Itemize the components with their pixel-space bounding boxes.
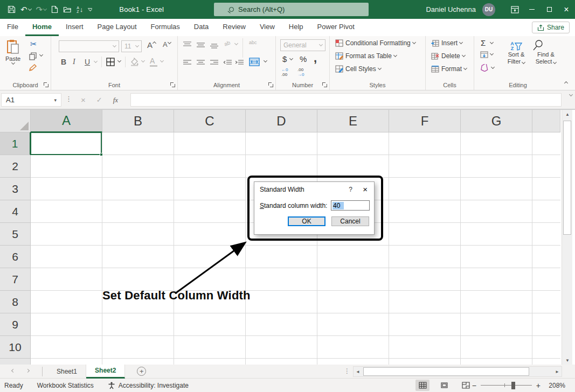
borders-icon[interactable] (106, 58, 115, 66)
font-color-icon[interactable]: A (150, 57, 157, 67)
user-name[interactable]: Daniel Uchenna (426, 5, 476, 13)
row-header-9[interactable]: 9 (0, 313, 31, 336)
share-button[interactable]: Share (532, 22, 570, 33)
save-icon[interactable] (8, 5, 16, 13)
tab-insert[interactable]: Insert (59, 19, 91, 36)
autosum-dropdown-chevron[interactable] (490, 40, 494, 44)
fill-handle[interactable] (100, 153, 103, 156)
row-header-7[interactable]: 7 (0, 268, 31, 291)
new-sheet-button[interactable]: + (137, 367, 146, 376)
column-header-E[interactable]: E (317, 110, 389, 132)
zoom-out-button[interactable]: − (472, 381, 476, 390)
vertical-scroll-thumb[interactable] (563, 121, 571, 235)
page-break-preview-button[interactable] (459, 380, 473, 391)
decrease-decimal-icon[interactable]: .00→0 (297, 67, 304, 77)
tab-file[interactable]: File (0, 19, 25, 36)
row-header-3[interactable]: 3 (0, 178, 31, 200)
accessibility-button[interactable]: Accessibility: Investigate (108, 382, 189, 389)
sheet-tab-sheet2[interactable]: Sheet2 (86, 365, 125, 379)
undo-dropdown-chevron[interactable] (28, 6, 32, 10)
select-all-corner[interactable] (0, 110, 31, 132)
column-header-F[interactable]: F (389, 110, 461, 132)
conditional-formatting-button[interactable]: Conditional Formatting (335, 39, 415, 47)
font-name-select[interactable] (59, 40, 119, 52)
accounting-format-icon[interactable]: $ (282, 54, 287, 64)
horizontal-scroll-thumb[interactable] (363, 367, 529, 376)
align-left-icon[interactable] (183, 60, 191, 66)
row-header-6[interactable]: 6 (0, 246, 31, 268)
increase-decimal-icon[interactable]: ←0.00 (281, 67, 288, 77)
borders-dropdown-chevron[interactable] (117, 59, 121, 62)
clear-icon[interactable] (480, 64, 489, 72)
name-box[interactable]: A1 ▾ (1, 93, 61, 107)
tab-page-layout[interactable]: Page Layout (91, 19, 144, 36)
dialog-help-button[interactable]: ? (349, 186, 352, 193)
tab-view[interactable]: View (253, 19, 282, 36)
insert-cells-button[interactable]: Insert (431, 39, 462, 47)
column-header-partial[interactable] (532, 110, 560, 132)
vertical-scrollbar[interactable]: ▲ ▼ (562, 110, 572, 365)
cut-icon[interactable]: ✂ (30, 39, 37, 49)
scroll-right-arrow[interactable]: ► (553, 367, 562, 376)
expand-formula-bar-chevron[interactable] (569, 93, 573, 96)
merge-center-dropdown-chevron[interactable] (264, 59, 267, 62)
column-header-A[interactable]: A (31, 110, 102, 132)
scroll-left-arrow[interactable]: ◄ (354, 367, 362, 376)
standard-width-input[interactable]: 40 (331, 200, 370, 211)
delete-cells-button[interactable]: Delete (431, 52, 465, 60)
ok-button[interactable]: OK (288, 216, 325, 226)
normal-view-button[interactable] (415, 380, 429, 391)
maximize-button[interactable] (541, 0, 558, 19)
accounting-dropdown-chevron[interactable] (289, 57, 293, 60)
row-header-1[interactable]: 1 (0, 132, 31, 155)
tab-formulas[interactable]: Formulas (144, 19, 187, 36)
align-right-icon[interactable] (210, 60, 218, 66)
format-cells-button[interactable]: Format (431, 65, 467, 73)
align-bottom-icon[interactable] (210, 44, 218, 48)
namebox-resizer[interactable]: ⋮ (65, 95, 72, 103)
previous-sheet-arrow[interactable] (11, 368, 15, 372)
number-dialog-launcher[interactable] (322, 82, 327, 87)
tab-help[interactable]: Help (282, 19, 310, 36)
row-header-8[interactable]: 8 (0, 291, 31, 313)
orientation-dropdown-chevron[interactable] (234, 41, 238, 45)
column-header-D[interactable]: D (246, 110, 317, 132)
scroll-up-arrow[interactable]: ▲ (562, 110, 573, 119)
fill-dropdown-chevron[interactable] (490, 52, 494, 55)
italic-button[interactable]: I (73, 58, 75, 66)
sheet-tab-sheet1[interactable]: Sheet1 (48, 365, 86, 379)
align-middle-icon[interactable] (197, 43, 205, 47)
autosum-icon[interactable]: Σ (481, 38, 486, 47)
format-painter-icon[interactable] (29, 64, 37, 72)
bold-button[interactable]: B (61, 58, 66, 66)
dialog-close-icon[interactable]: × (363, 185, 368, 194)
increase-font-size-button[interactable]: A (147, 40, 156, 50)
orientation-icon[interactable]: ab (223, 39, 231, 47)
next-sheet-arrow[interactable] (26, 368, 30, 372)
minimize-button[interactable] (523, 0, 541, 19)
redo-dropdown-chevron[interactable] (43, 6, 47, 10)
align-top-icon[interactable] (183, 41, 191, 47)
row-header-4[interactable]: 4 (0, 200, 31, 223)
percent-style-icon[interactable]: % (300, 54, 307, 64)
cell-styles-button[interactable]: Cell Styles (335, 65, 381, 73)
fill-color-dropdown-chevron[interactable] (141, 59, 145, 62)
underline-button[interactable]: U (85, 58, 90, 66)
close-button[interactable]: × (558, 0, 575, 19)
column-header-G[interactable]: G (461, 110, 532, 132)
tab-home[interactable]: Home (25, 19, 59, 36)
font-color-dropdown-chevron[interactable] (160, 59, 164, 62)
page-layout-view-button[interactable] (437, 380, 451, 391)
number-format-select[interactable]: General (280, 39, 325, 51)
zoom-slider[interactable] (481, 382, 532, 389)
new-file-icon[interactable] (51, 5, 58, 13)
zoom-in-button[interactable]: + (536, 381, 541, 390)
avatar[interactable]: DU (482, 3, 495, 16)
horizontal-scrollbar[interactable]: ◄ ► (353, 366, 562, 377)
font-size-select[interactable]: 11 (121, 40, 142, 52)
tab-review[interactable]: Review (216, 19, 253, 36)
format-as-table-button[interactable]: Format as Table (335, 52, 397, 60)
row-header-2[interactable]: 2 (0, 155, 31, 178)
customize-quick-access-chevron[interactable] (88, 8, 92, 11)
paste-button[interactable]: Paste (5, 39, 20, 64)
